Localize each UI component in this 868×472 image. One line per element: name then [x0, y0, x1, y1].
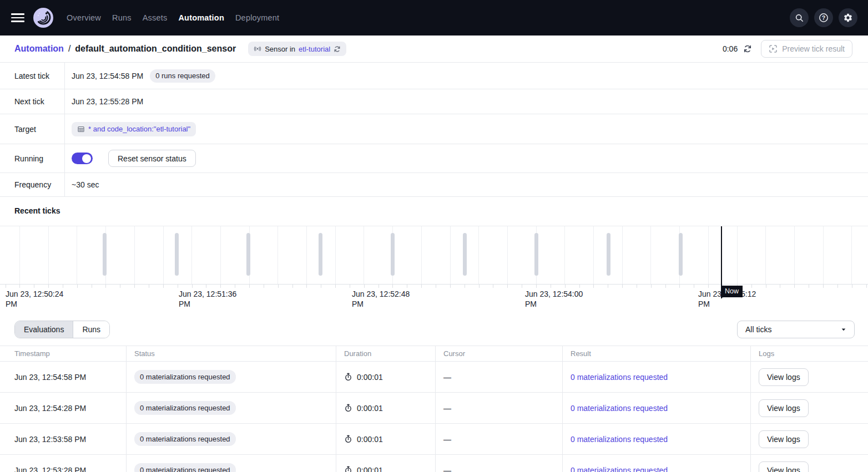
tick-bar[interactable] — [534, 233, 538, 276]
axis-label: Jun 23, 12:51:36 PM — [179, 289, 239, 309]
nav-item-assets[interactable]: Assets — [143, 13, 168, 22]
latest-tick-status-badge: 0 runs requested — [150, 69, 215, 83]
table-header-row: Timestamp Status Duration Cursor Result … — [0, 346, 868, 362]
tab-runs[interactable]: Runs — [73, 321, 109, 338]
dagster-logo[interactable] — [33, 8, 53, 28]
tick-result-link[interactable]: 0 materializations requested — [571, 466, 668, 472]
axis-tick-mark — [34, 285, 34, 288]
col-header-duration: Duration — [336, 346, 435, 361]
preview-tick-icon — [769, 44, 778, 53]
axis-tick-mark — [536, 285, 537, 288]
axis-tick-mark — [335, 285, 336, 288]
axis-tick-mark — [321, 285, 321, 288]
view-logs-button[interactable]: View logs — [759, 430, 809, 448]
gear-icon[interactable] — [839, 8, 857, 27]
axis-tick-mark — [708, 285, 709, 288]
next-tick-label: Next tick — [0, 89, 65, 114]
menu-icon[interactable] — [11, 10, 27, 26]
evaluations-table: Timestamp Status Duration Cursor Result … — [0, 346, 868, 472]
view-logs-button[interactable]: View logs — [759, 399, 809, 417]
chart-gridline — [421, 226, 422, 284]
reset-sensor-status-button[interactable]: Reset sensor status — [108, 150, 196, 167]
chart-gridline — [364, 226, 364, 284]
view-logs-button[interactable]: View logs — [759, 368, 809, 386]
preview-tick-result-button[interactable]: Preview tick result — [761, 40, 852, 58]
tick-filter-dropdown[interactable]: All ticks — [737, 321, 855, 338]
axis-tick-mark — [264, 285, 264, 288]
tick-result-link[interactable]: 0 materializations requested — [571, 435, 668, 444]
axis-tick-mark — [751, 285, 752, 288]
evaluations-table-body: Jun 23, 12:54:58 PM 0 materializations r… — [0, 362, 868, 472]
axis-label: Jun 23, 12:54:00 PM — [525, 289, 585, 309]
view-logs-button[interactable]: View logs — [759, 461, 809, 472]
chart-gridline — [191, 226, 192, 284]
nav-item-deployment[interactable]: Deployment — [235, 13, 279, 22]
axis-tick-mark — [823, 285, 824, 288]
tick-bar[interactable] — [463, 233, 467, 276]
breadcrumb-automation-link[interactable]: Automation — [14, 44, 64, 54]
axis-tick-mark — [220, 285, 221, 288]
nav-actions: ? — [790, 8, 857, 27]
code-location-link[interactable]: etl-tutorial — [299, 45, 330, 53]
tick-cursor: — — [435, 362, 562, 392]
axis-tick-mark — [163, 285, 164, 288]
col-header-status: Status — [126, 346, 336, 361]
tick-bar[interactable] — [679, 233, 683, 276]
axis-tick-mark — [766, 285, 766, 288]
chart-gridline — [277, 226, 278, 284]
axis-tick-mark — [206, 285, 206, 288]
chart-gridline — [765, 226, 766, 284]
tick-timestamp: Jun 23, 12:53:28 PM — [0, 455, 126, 472]
tick-bar[interactable] — [175, 233, 179, 276]
axis-tick-mark — [679, 285, 680, 288]
axis-tick-mark — [149, 285, 149, 288]
axis-tick-mark — [809, 285, 809, 288]
next-tick-value: Jun 23, 12:55:28 PM — [72, 97, 143, 106]
axis-tick-mark — [450, 285, 451, 288]
search-icon[interactable] — [790, 8, 809, 27]
nav-item-runs[interactable]: Runs — [112, 13, 132, 22]
running-toggle[interactable] — [72, 153, 93, 164]
axis-tick-mark — [392, 285, 393, 288]
axis-tick-mark — [551, 285, 551, 288]
help-icon[interactable]: ? — [814, 8, 833, 27]
axis-tick-mark — [637, 285, 637, 288]
reload-location-icon[interactable] — [334, 45, 341, 53]
nav-item-automation[interactable]: Automation — [178, 13, 224, 22]
nav-item-overview[interactable]: Overview — [67, 13, 101, 22]
axis-tick-mark — [350, 285, 350, 288]
axis-tick-mark — [479, 285, 480, 288]
tick-result-link[interactable]: 0 materializations requested — [571, 373, 668, 382]
tab-evaluations[interactable]: Evaluations — [15, 321, 73, 338]
axis-tick-mark — [436, 285, 436, 288]
tick-bar[interactable] — [391, 233, 395, 276]
target-row: Target * and code_location:"etl-tutorial… — [0, 114, 868, 144]
latest-tick-value: Jun 23, 12:54:58 PM — [72, 72, 143, 80]
chart-gridline — [564, 226, 565, 284]
tick-bar[interactable] — [103, 233, 107, 276]
tick-bar[interactable] — [607, 233, 610, 276]
sensor-details: Latest tick Jun 23, 12:54:58 PM 0 runs r… — [0, 63, 868, 197]
chart-gridline — [507, 226, 508, 284]
axis-tick-mark — [306, 285, 307, 288]
asset-selection-badge[interactable]: * and code_location:"etl-tutorial" — [72, 122, 196, 136]
main-nav: Overview Runs Assets Automation Deployme… — [67, 13, 279, 22]
chart-gridline — [450, 226, 451, 284]
refresh-icon[interactable] — [743, 44, 752, 53]
page-title: default_automation_condition_sensor — [75, 44, 236, 54]
recent-ticks-heading: Recent ticks — [0, 197, 868, 226]
tick-bar[interactable] — [246, 233, 250, 276]
axis-tick-mark — [780, 285, 780, 288]
breadcrumb-row: Automation / default_automation_conditio… — [0, 35, 868, 63]
axis-tick-mark — [866, 285, 867, 288]
axis-tick-mark — [794, 285, 795, 288]
tick-result-link[interactable]: 0 materializations requested — [571, 404, 668, 413]
tick-status-badge: 0 materializations requested — [134, 401, 236, 415]
refresh-countdown: 0:06 — [723, 44, 738, 53]
axis-tick-mark — [48, 285, 49, 288]
axis-tick-mark — [593, 285, 594, 288]
tick-bar[interactable] — [319, 233, 322, 276]
chart-gridline — [77, 226, 77, 284]
chart-gridline — [708, 226, 709, 284]
recent-ticks-chart[interactable]: Jun 23, 12:50:24 PMJun 23, 12:51:36 PMJu… — [0, 226, 868, 306]
